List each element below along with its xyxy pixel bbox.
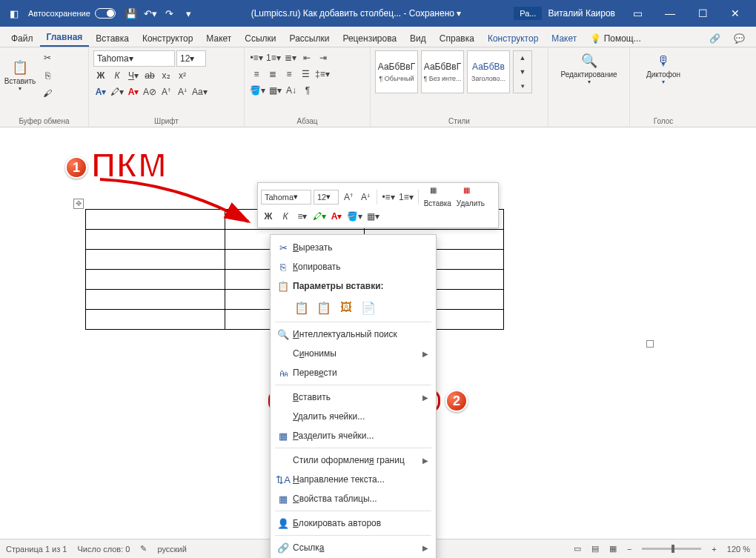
shrink-font-icon[interactable]: Aꜜ [175,84,190,99]
status-page[interactable]: Страница 1 из 1 [6,545,67,554]
style-normal[interactable]: АаБбВвГ¶ Обычный [375,50,418,93]
minimize-icon[interactable]: — [654,0,686,27]
numbering-icon[interactable]: 1≡▾ [265,50,282,65]
mini-bold-icon[interactable]: Ж [261,209,276,224]
text-effects-icon[interactable]: A▾ [93,84,108,99]
format-painter-icon[interactable]: 🖌 [40,86,55,101]
styles-down-icon[interactable]: ▼ [515,65,530,79]
italic-icon[interactable]: К [110,68,125,83]
ctx-synonyms[interactable]: Синонимы▶ [271,344,436,363]
bullets-icon[interactable]: •≡▾ [249,50,264,65]
tab-insert[interactable]: Вставка [89,30,136,47]
tab-table-layout[interactable]: Макет [545,30,583,47]
paste-keep-source-icon[interactable]: 📋 [293,299,311,316]
font-color-icon[interactable]: A▾ [126,84,141,99]
mini-insert-button[interactable]: ▦Вставка [422,186,453,207]
dictate-button[interactable]: 🎙Диктофон▾ [648,50,679,87]
zoom-out-icon[interactable]: − [627,545,631,554]
grow-font-icon[interactable]: Aꜛ [159,84,173,99]
status-words[interactable]: Число слов: 0 [77,545,130,554]
ribbon-options-icon[interactable]: ▭ [621,0,654,27]
tab-review[interactable]: Рецензирова [336,30,403,47]
mini-numbering-icon[interactable]: 1≡▾ [398,190,414,205]
user-name[interactable]: Виталий Каиров [542,8,621,19]
autosave-toggle[interactable] [95,8,116,19]
mini-highlight-icon[interactable]: 🖍▾ [312,209,327,224]
tab-home[interactable]: Главная [40,29,90,47]
save-icon[interactable]: 💾 [122,4,141,23]
tab-table-design[interactable]: Конструктор [481,30,545,47]
tab-view[interactable]: Вид [403,30,433,47]
ctx-block-authors[interactable]: 👤Блокировать авторов [271,514,436,533]
shading-icon[interactable]: 🪣▾ [249,83,266,98]
ctx-smart-lookup[interactable]: 🔍Интеллектуальный поиск [271,325,436,344]
ctx-hyperlink[interactable]: 🔗Ссылка▶ [271,538,436,557]
view-web-icon[interactable]: ▦ [609,544,617,554]
decrease-indent-icon[interactable]: ⇤ [299,50,314,65]
superscript-icon[interactable]: x² [175,68,190,83]
paste-text-icon[interactable]: 📄 [359,299,377,316]
style-heading[interactable]: АаБбВвЗаголово... [467,50,510,93]
zoom-slider[interactable] [642,548,701,550]
align-right-icon[interactable]: ≡ [282,67,296,82]
ctx-insert[interactable]: Вставить▶ [271,388,436,407]
mini-align-icon[interactable]: ≡▾ [295,209,310,224]
ctx-translate[interactable]: 🗛Перевести [271,363,436,382]
mini-bullets-icon[interactable]: •≡▾ [381,190,396,205]
style-no-spacing[interactable]: АаБбВвГ¶ Без инте... [421,50,464,93]
tab-file[interactable]: Файл [4,30,40,47]
paste-button[interactable]: 📋Вставить▾ [4,57,36,94]
view-print-icon[interactable]: ▤ [591,544,599,554]
ctx-copy[interactable]: ⎘Копировать [271,257,436,276]
ctx-table-properties[interactable]: ▦Свойства таблицы... [271,489,436,508]
paste-picture-icon[interactable]: 🖼 [337,299,355,316]
tab-help[interactable]: Справка [433,30,481,47]
editing-button[interactable]: 🔍Редактирование▾ [574,50,605,87]
close-icon[interactable]: ✕ [719,0,752,27]
table-resize-handle[interactable] [646,340,654,348]
justify-icon[interactable]: ☰ [298,67,313,82]
align-left-icon[interactable]: ≡ [249,67,264,82]
ctx-border-styles[interactable]: Стили оформления границ▶ [271,451,436,470]
font-name-combo[interactable]: Tahoma ▾ [93,50,175,67]
comments-icon[interactable]: 💬 [727,30,752,47]
ctx-split-cells[interactable]: ▦Разделить ячейки... [271,426,436,445]
mini-font-name[interactable]: Tahoma ▾ [261,190,311,205]
mini-font-color-icon[interactable]: A▾ [329,209,344,224]
sort-icon[interactable]: A↓ [284,83,299,98]
status-proofing-icon[interactable]: ✎ [140,544,147,554]
undo-icon[interactable]: ↶▾ [141,4,160,23]
mini-font-size[interactable]: 12 ▾ [314,190,339,205]
tab-layout[interactable]: Макет [199,30,238,47]
paste-merge-icon[interactable]: 📋 [315,299,333,316]
font-size-combo[interactable]: 12 ▾ [176,50,206,67]
subscript-icon[interactable]: x₂ [159,68,173,83]
borders-icon[interactable]: ▦▾ [268,83,282,98]
status-language[interactable]: русский [157,545,186,554]
increase-indent-icon[interactable]: ⇥ [316,50,331,65]
redo-icon[interactable]: ↷ [160,4,179,23]
copy-icon[interactable]: ⎘ [40,68,55,83]
multilevel-icon[interactable]: ≣▾ [283,50,298,65]
highlight-icon[interactable]: 🖍▾ [110,84,125,99]
mini-borders-icon[interactable]: ▦▾ [365,209,380,224]
ctx-text-direction[interactable]: ⇅AНаправление текста... [271,470,436,489]
mini-delete-button[interactable]: ▦Удалить [455,186,486,207]
ctx-cut[interactable]: ✂ВВырезатьырезать [271,238,436,257]
tab-tellme[interactable]: 💡 Помощ... [583,30,647,47]
maximize-icon[interactable]: ☐ [686,0,719,27]
styles-more-icon[interactable]: ▾ [515,79,530,93]
mini-italic-icon[interactable]: К [278,209,293,224]
align-center-icon[interactable]: ≣ [265,67,280,82]
mini-grow-font-icon[interactable]: Aꜛ [341,190,356,205]
clear-format-icon[interactable]: A⊘ [142,84,157,99]
change-case-icon[interactable]: Aa▾ [191,84,208,99]
tab-design[interactable]: Конструктор [136,30,199,47]
zoom-level[interactable]: 120 % [727,545,750,554]
ctx-delete-cells[interactable]: Удалить ячейки... [271,407,436,426]
tab-mailings[interactable]: Рассылки [283,30,336,47]
zoom-in-icon[interactable]: + [712,545,716,554]
share-icon[interactable]: 🔗 [703,30,727,47]
underline-icon[interactable]: Ч▾ [126,68,141,83]
tab-references[interactable]: Ссылки [238,30,282,47]
